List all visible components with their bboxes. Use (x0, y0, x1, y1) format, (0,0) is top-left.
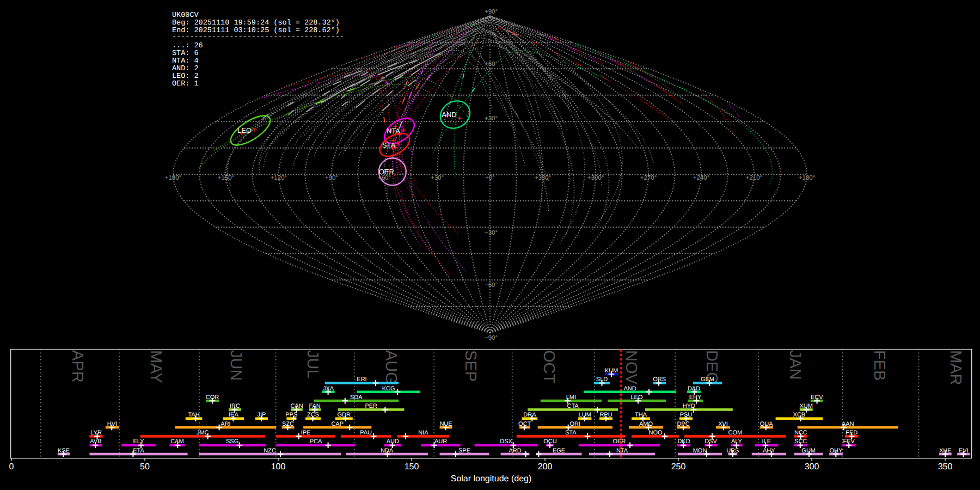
svg-text:LYR: LYR (90, 430, 102, 436)
svg-text:350: 350 (938, 462, 953, 471)
svg-text:...: 26: ...: 26 (172, 42, 203, 50)
svg-text:AND: AND (623, 385, 636, 392)
svg-text:+270°: +270° (640, 175, 657, 181)
svg-text:ETA: ETA (133, 448, 144, 454)
svg-text:GEM: GEM (701, 376, 714, 383)
svg-text:SCC: SCC (794, 438, 807, 445)
svg-text:SZC: SZC (282, 421, 294, 427)
svg-text:FED: FED (846, 430, 857, 436)
svg-text:TAH: TAH (188, 412, 199, 418)
svg-text:NTA: NTA (387, 127, 400, 135)
svg-text:−30°: −30° (485, 230, 498, 236)
svg-text:−90°: −90° (485, 335, 498, 341)
svg-text:+90°: +90° (325, 175, 338, 181)
svg-text:200: 200 (538, 462, 553, 471)
svg-text:NTA: NTA (616, 448, 628, 454)
svg-text:XCB: XCB (793, 412, 806, 418)
svg-text:XVI: XVI (718, 421, 728, 427)
svg-text:+330°: +330° (535, 175, 552, 181)
svg-text:STA: STA (565, 430, 577, 436)
svg-text:FAN: FAN (309, 403, 320, 409)
svg-text:UK00CV: UK00CV (172, 11, 199, 20)
svg-text:+150°: +150° (218, 175, 235, 181)
svg-text:JUL: JUL (304, 350, 321, 378)
svg-text:250: 250 (671, 462, 686, 471)
svg-text:NTA: 4: NTA: 4 (172, 57, 199, 65)
svg-text:NUE: NUE (439, 421, 452, 427)
svg-text:IEA: IEA (229, 412, 238, 418)
svg-text:OCT: OCT (518, 421, 531, 427)
svg-text:NCC: NCC (794, 430, 807, 436)
svg-text:ILE: ILE (762, 438, 771, 445)
svg-text:KCG: KCG (382, 385, 395, 392)
svg-text:+210°: +210° (746, 175, 763, 181)
svg-text:OER: OER (379, 168, 394, 176)
svg-text:PCA: PCA (310, 438, 322, 445)
svg-text:+60°: +60° (485, 61, 498, 68)
svg-text:FEV: FEV (843, 438, 855, 445)
svg-text:NDA: NDA (381, 448, 394, 454)
svg-text:EHY: EHY (689, 394, 702, 401)
svg-text:CAN: CAN (290, 403, 303, 409)
svg-text:KSE: KSE (58, 448, 70, 454)
svg-text:−60°: −60° (485, 282, 498, 289)
svg-text:COM: COM (728, 430, 742, 436)
svg-text:LMI: LMI (566, 394, 576, 401)
svg-text:+90°: +90° (485, 9, 498, 15)
svg-text:ELY: ELY (133, 438, 145, 445)
svg-text:AMO: AMO (639, 421, 653, 427)
svg-text:SLD: SLD (596, 376, 608, 383)
svg-text:OER: 1: OER: 1 (172, 80, 199, 88)
svg-text:Beg: 20251110 19:59:24 (sol =: Beg: 20251110 19:59:24 (sol = 228.32°) (172, 19, 340, 27)
svg-text:EGE: EGE (553, 448, 565, 454)
svg-text:100: 100 (271, 462, 286, 471)
svg-text:GUM: GUM (801, 448, 816, 454)
svg-text:DSV: DSV (705, 438, 717, 445)
svg-text:PER: PER (365, 403, 377, 409)
svg-text:AUR: AUR (434, 438, 447, 445)
svg-text:AHY: AHY (763, 448, 775, 454)
svg-text:STA: STA (382, 141, 396, 149)
svg-text:ALY: ALY (731, 438, 743, 445)
svg-text:ORS: ORS (653, 376, 666, 383)
svg-text:JIP: JIP (257, 412, 266, 418)
svg-text:SEP: SEP (462, 350, 479, 382)
svg-text:HYD: HYD (683, 403, 695, 409)
svg-text:FEB: FEB (871, 350, 888, 381)
svg-text:ORI: ORI (570, 421, 581, 427)
svg-text:ARI: ARI (220, 421, 230, 427)
svg-text:300: 300 (805, 462, 819, 471)
svg-text:COR: COR (206, 394, 219, 401)
svg-text:HVI: HVI (107, 421, 117, 427)
svg-text:LEO: LEO (630, 394, 642, 401)
svg-text:EVI: EVI (959, 448, 969, 454)
svg-text:JMC: JMC (197, 430, 209, 436)
svg-text:ARD: ARD (509, 448, 521, 454)
svg-text:AND: AND (442, 111, 456, 119)
svg-text:SSG: SSG (226, 438, 238, 445)
svg-text:JAN: JAN (786, 350, 804, 380)
svg-text:JXA: JXA (323, 385, 334, 392)
svg-text:THA: THA (635, 412, 647, 418)
svg-text:PPS: PPS (285, 412, 297, 418)
svg-text:OHY: OHY (829, 448, 843, 454)
svg-text:+240°: +240° (693, 175, 710, 181)
svg-text:NIA: NIA (418, 430, 428, 436)
svg-text:+180°: +180° (799, 175, 816, 181)
svg-text:LUM: LUM (579, 412, 591, 418)
svg-text:NOV: NOV (622, 350, 640, 385)
svg-text:AUG: AUG (382, 350, 400, 384)
svg-text:------------------------------: --------------------------------------- (172, 33, 344, 41)
svg-text:CTA: CTA (567, 403, 579, 409)
svg-text:NOO: NOO (648, 430, 663, 436)
svg-text:OER: OER (612, 438, 626, 445)
svg-text:AAN: AAN (842, 421, 854, 427)
svg-text:STA: 6: STA: 6 (172, 50, 199, 58)
svg-text:DPC: DPC (677, 421, 689, 427)
svg-text:150: 150 (405, 462, 419, 471)
svg-text:ZCS: ZCS (307, 412, 319, 418)
svg-text:JUN: JUN (227, 350, 244, 381)
svg-text:DSX: DSX (500, 438, 512, 445)
svg-text:IPE: IPE (301, 430, 311, 436)
svg-text:+30°: +30° (485, 115, 498, 122)
